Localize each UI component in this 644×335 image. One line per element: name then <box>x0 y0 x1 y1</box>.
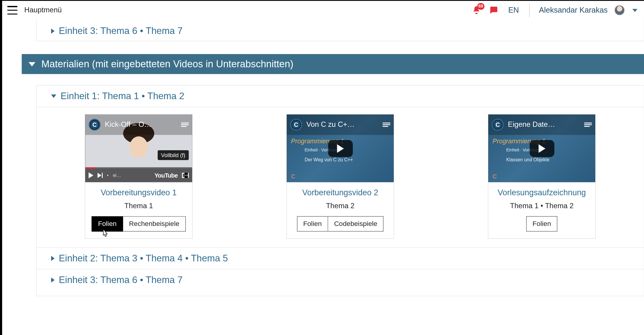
language-switch[interactable]: EN <box>508 6 519 15</box>
video-thumb-1[interactable]: Kick-Off – O… Vollbild (f) • ei… YouTube <box>85 114 192 182</box>
divider <box>529 3 529 17</box>
card1-title[interactable]: Vorbereitungsvideo 1 <box>85 182 192 199</box>
chevron-right-icon <box>51 29 54 34</box>
channel-logo-icon <box>492 119 504 131</box>
card3-title[interactable]: Vorlesungsaufzeichnung <box>488 182 595 199</box>
yt-title-1: Kick-Off – O… <box>105 120 177 129</box>
card3-subtitle: Thema 1 • Thema 2 <box>488 199 595 216</box>
materials-section-body: Einheit 1: Thema 1 • Thema 2 Kick-Off – … <box>36 85 644 296</box>
chevron-down-icon <box>51 94 56 98</box>
notification-bell-icon[interactable]: 69 <box>472 5 481 15</box>
unit3-label: Einheit 3: Thema 6 • Thema 7 <box>59 275 183 286</box>
slide-sub-2: Der Weg von C zu C++ <box>305 157 353 162</box>
yt-title-2: Von C zu C+… <box>307 120 378 129</box>
video-card-1: Kick-Off – O… Vollbild (f) • ei… YouTube <box>85 114 193 239</box>
playlist-icon[interactable] <box>181 122 189 128</box>
yt-title-3: Eigene Date… <box>508 120 580 129</box>
card2-subtitle: Thema 2 <box>287 199 394 216</box>
video-thumb-3[interactable]: Programmierung 1 Einheit · Vorlesung Kla… <box>488 114 595 182</box>
notification-count-badge: 69 <box>477 3 484 10</box>
next-icon[interactable] <box>97 173 103 178</box>
slide-sub-3: Klassen und Objekte <box>506 157 550 162</box>
card2-folien-button[interactable]: Folien <box>297 216 328 232</box>
fullscreen-tooltip: Vollbild (f) <box>158 150 189 160</box>
materials-section-header[interactable]: Materialien (mit eingebetteten Videos in… <box>22 54 644 74</box>
video-thumb-2[interactable]: Programmierung 1 Einheit · Vorlesung Der… <box>287 114 394 182</box>
user-avatar[interactable] <box>615 5 625 15</box>
card2-codebeispiele-button[interactable]: Codebeispiele <box>328 216 384 232</box>
playlist-icon[interactable] <box>584 122 592 128</box>
unit1-label: Einheit 1: Thema 1 • Thema 2 <box>60 91 184 102</box>
card1-folien-button[interactable]: Folien <box>92 216 123 232</box>
card1-rechenbeispiele-button[interactable]: Rechenbeispiele <box>123 216 186 232</box>
play-icon[interactable] <box>89 172 94 178</box>
chevron-right-icon <box>51 256 54 261</box>
main-menu-label[interactable]: Hauptmenü <box>24 6 62 14</box>
previous-section-card: Einheit 3: Thema 6 • Thema 7 <box>36 20 644 41</box>
card2-title[interactable]: Vorbereitungsvideo 2 <box>287 182 394 199</box>
unit3-toggle-prev[interactable]: Einheit 3: Thema 6 • Thema 7 <box>37 23 644 41</box>
slide-corner-3: C <box>493 173 497 180</box>
youtube-controls: • ei… YouTube <box>85 169 192 182</box>
fullscreen-icon[interactable] <box>182 173 189 178</box>
hamburger-icon[interactable] <box>7 6 17 14</box>
video-card-2: Programmierung 1 Einheit · Vorlesung Der… <box>286 114 394 239</box>
collapse-triangle-icon <box>29 62 35 66</box>
materials-section-title: Materialien (mit eingebetteten Videos in… <box>41 58 293 70</box>
unit1-toggle[interactable]: Einheit 1: Thema 1 • Thema 2 <box>37 86 644 107</box>
video-card-3: Programmierung 1 Einheit · Vorlesung Kla… <box>488 114 596 239</box>
chevron-right-icon <box>51 278 54 283</box>
play-overlay-icon[interactable] <box>328 140 353 157</box>
card3-folien-button[interactable]: Folien <box>526 216 557 232</box>
play-overlay-icon[interactable] <box>529 140 554 157</box>
user-name[interactable]: Aleksandar Karakas <box>539 6 608 15</box>
channel-logo-icon <box>89 119 101 131</box>
unit2-label: Einheit 2: Thema 3 • Thema 4 • Thema 5 <box>59 253 228 264</box>
unit3-label-prev: Einheit 3: Thema 6 • Thema 7 <box>59 26 183 37</box>
time-label: ei… <box>113 173 121 178</box>
user-menu-caret-icon[interactable] <box>632 9 637 12</box>
channel-logo-icon <box>290 119 302 131</box>
playlist-icon[interactable] <box>383 122 390 128</box>
slide-corner-2: C <box>291 173 295 180</box>
top-bar: Hauptmenü 69 EN Aleksandar Karakas <box>2 1 644 20</box>
unit2-toggle[interactable]: Einheit 2: Thema 3 • Thema 4 • Thema 5 <box>37 248 644 269</box>
youtube-logo[interactable]: YouTube <box>155 172 178 179</box>
video-cards-row: Kick-Off – O… Vollbild (f) • ei… YouTube <box>37 107 644 247</box>
chat-icon[interactable] <box>489 5 498 15</box>
card1-subtitle: Thema 1 <box>85 199 192 216</box>
unit3-toggle[interactable]: Einheit 3: Thema 6 • Thema 7 <box>37 270 644 291</box>
